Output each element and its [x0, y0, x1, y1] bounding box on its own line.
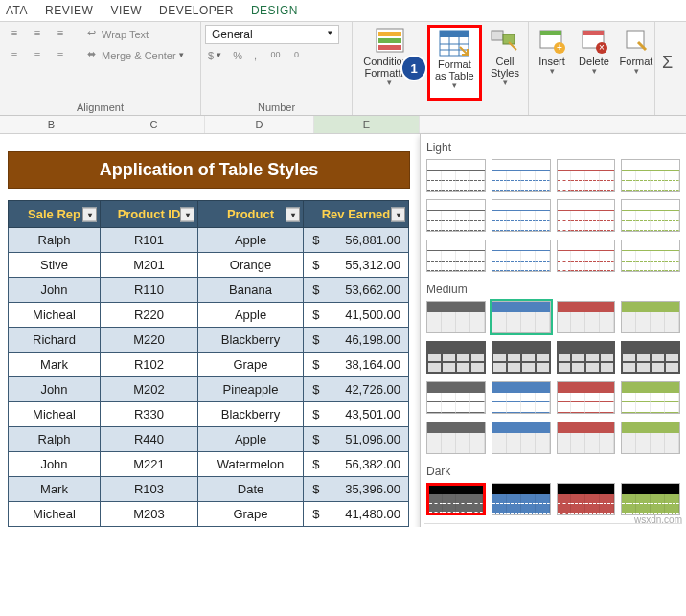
table-row[interactable]: JohnR110Banana$53,662.00	[9, 278, 409, 303]
cell-pid[interactable]: M221	[101, 452, 198, 477]
table-style-swatch[interactable]	[621, 159, 680, 192]
cell-rep[interactable]: Stive	[9, 253, 101, 278]
cell-pid[interactable]: M203	[101, 502, 198, 527]
table-style-swatch[interactable]	[426, 422, 486, 454]
col-d[interactable]: D	[205, 116, 314, 133]
cell-rep[interactable]: John	[9, 377, 101, 402]
tab-developer[interactable]: DEVELOPER	[159, 4, 234, 17]
percent-button[interactable]: %	[230, 48, 245, 63]
table-style-swatch[interactable]	[426, 199, 486, 232]
cell-currency[interactable]: $	[304, 278, 321, 303]
align-middle-icon[interactable]: ≡	[27, 25, 48, 44]
decrease-decimal-button[interactable]: .0	[288, 48, 302, 63]
table-style-swatch[interactable]	[492, 483, 551, 515]
cell-prod[interactable]: Orange	[198, 253, 304, 278]
table-style-swatch[interactable]	[621, 341, 680, 374]
table-style-swatch[interactable]	[492, 159, 551, 192]
format-as-table-button[interactable]: Format as Table	[427, 25, 482, 101]
table-style-swatch[interactable]	[557, 240, 616, 272]
table-style-swatch[interactable]	[492, 301, 551, 333]
table-style-swatch[interactable]	[557, 199, 616, 232]
cell-prod[interactable]: Apple	[198, 303, 304, 328]
align-left-icon[interactable]: ≡	[4, 47, 25, 66]
cell-pid[interactable]: M202	[101, 377, 198, 402]
table-style-swatch[interactable]	[557, 341, 616, 374]
table-style-swatch[interactable]	[621, 199, 680, 232]
table-style-swatch[interactable]	[621, 422, 680, 454]
cell-rep[interactable]: Micheal	[9, 502, 101, 527]
table-row[interactable]: JohnM202Pineapple$42,726.00	[9, 377, 409, 402]
table-style-swatch[interactable]	[621, 301, 680, 333]
cell-rev[interactable]: 35,396.00	[321, 477, 409, 502]
cell-currency[interactable]: $	[304, 402, 321, 427]
table-row[interactable]: MarkR103Date$35,396.00	[9, 477, 409, 502]
table-style-swatch[interactable]	[557, 483, 616, 515]
filter-icon[interactable]: ▾	[180, 207, 194, 221]
cell-rev[interactable]: 41,480.00	[321, 502, 409, 527]
table-style-swatch[interactable]	[557, 159, 616, 192]
table-style-swatch[interactable]	[557, 301, 616, 333]
table-row[interactable]: MichealM203Grape$41,480.00	[9, 502, 409, 527]
align-top-icon[interactable]: ≡	[4, 25, 25, 44]
cell-currency[interactable]: $	[304, 477, 321, 502]
comma-button[interactable]: ,	[251, 48, 260, 63]
cell-rep[interactable]: Richard	[9, 328, 101, 353]
cell-currency[interactable]: $	[304, 452, 321, 477]
table-style-swatch[interactable]	[492, 240, 551, 272]
filter-icon[interactable]: ▾	[391, 207, 405, 221]
tab-design[interactable]: DESIGN	[251, 4, 298, 17]
table-row[interactable]: StiveM201Orange$55,312.00	[9, 253, 409, 278]
align-center-icon[interactable]: ≡	[27, 47, 48, 66]
cell-prod[interactable]: Pineapple	[198, 377, 304, 402]
cell-currency[interactable]: $	[304, 328, 321, 353]
table-row[interactable]: MichealR330Blackberry$43,501.00	[9, 402, 409, 427]
cell-rev[interactable]: 46,198.00	[321, 328, 409, 353]
cell-rep[interactable]: Micheal	[9, 402, 101, 427]
cell-currency[interactable]: $	[304, 253, 321, 278]
col-e[interactable]: E	[314, 116, 420, 133]
table-style-swatch[interactable]	[426, 240, 486, 272]
filter-icon[interactable]: ▾	[286, 207, 300, 221]
cell-pid[interactable]: R101	[101, 228, 198, 253]
table-row[interactable]: MichealR220Apple$41,500.00	[9, 303, 409, 328]
increase-decimal-button[interactable]: .00	[265, 48, 284, 63]
header-product[interactable]: Product▾	[198, 201, 304, 228]
cell-pid[interactable]: R103	[101, 477, 198, 502]
cell-prod[interactable]: Grape	[198, 353, 304, 377]
cell-rep[interactable]: Mark	[9, 477, 101, 502]
cell-rep[interactable]: Micheal	[9, 303, 101, 328]
cell-rep[interactable]: Mark	[9, 353, 101, 377]
cell-pid[interactable]: R440	[101, 427, 198, 452]
cell-currency[interactable]: $	[304, 502, 321, 527]
cell-rep[interactable]: Ralph	[9, 427, 101, 452]
wrap-text-button[interactable]: ↩Wrap Text	[80, 25, 187, 44]
cell-prod[interactable]: Apple	[198, 228, 304, 253]
cell-styles-button[interactable]: Cell Styles	[486, 25, 524, 101]
cell-rev[interactable]: 53,662.00	[321, 278, 409, 303]
cell-pid[interactable]: R110	[101, 278, 198, 303]
table-style-swatch[interactable]	[621, 240, 680, 272]
tab-review[interactable]: REVIEW	[45, 4, 93, 17]
cell-currency[interactable]: $	[304, 303, 321, 328]
table-row[interactable]: JohnM221Watermelon$56,382.00	[9, 452, 409, 477]
col-b[interactable]: B	[0, 116, 103, 133]
filter-icon[interactable]: ▾	[82, 207, 97, 221]
cell-rev[interactable]: 41,500.00	[321, 303, 409, 328]
table-style-swatch[interactable]	[621, 483, 680, 515]
table-style-swatch[interactable]	[492, 341, 551, 374]
delete-button[interactable]: × Delete	[575, 25, 613, 101]
cell-pid[interactable]: R220	[101, 303, 198, 328]
cell-currency[interactable]: $	[304, 377, 321, 402]
cell-pid[interactable]: R102	[101, 353, 198, 377]
cell-rev[interactable]: 51,096.00	[321, 427, 409, 452]
header-sale-rep[interactable]: Sale Rep▾	[9, 201, 101, 228]
cell-rev[interactable]: 56,881.00	[321, 228, 409, 253]
table-row[interactable]: RalphR440Apple$51,096.00	[9, 427, 409, 452]
table-style-swatch[interactable]	[621, 381, 680, 414]
cell-rep[interactable]: John	[9, 278, 101, 303]
header-product-id[interactable]: Product ID▾	[101, 201, 198, 228]
cell-prod[interactable]: Date	[198, 477, 304, 502]
cell-rep[interactable]: John	[9, 452, 101, 477]
cell-currency[interactable]: $	[304, 228, 321, 253]
cell-prod[interactable]: Banana	[198, 278, 304, 303]
